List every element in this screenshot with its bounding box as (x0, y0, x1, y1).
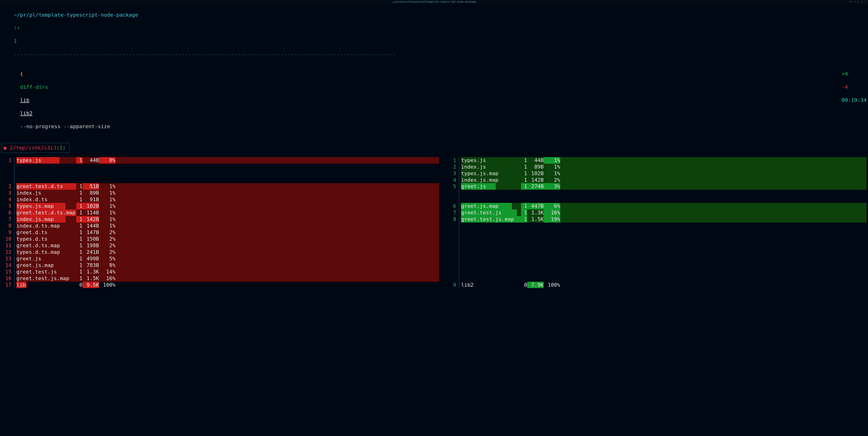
file-percent: 2% (99, 236, 116, 242)
file-name: greet.js.map (461, 203, 498, 209)
line-number: 14 (1, 262, 11, 269)
file-row[interactable]: greet.d.ts.map1 198B 2% (17, 242, 439, 249)
file-name: greet.d.ts (17, 229, 48, 235)
line-number: 10 (1, 236, 11, 242)
file-row[interactable]: greet.d.ts1 147B 2% (17, 229, 439, 236)
line-number: 9 (1, 229, 11, 236)
command-line[interactable]: ❮ diff-dirs lib lib2 --no-progress --app… (1, 64, 867, 136)
file-row[interactable]: lib0 9.5K 100% (17, 282, 439, 288)
blank-row (461, 229, 867, 236)
prompt-cwd: ~/pr/pl/template-typescript-node-package (14, 12, 138, 18)
file-name: index.js.map (17, 216, 54, 222)
file-row[interactable]: greet.js1 274B 3% (461, 183, 867, 190)
file-row[interactable]: types.d.ts1 150B 2% (17, 236, 439, 242)
file-row[interactable]: greet.test.js1 1.3K 16% (461, 209, 867, 216)
file-row[interactable]: index.js1 89B 1% (17, 190, 439, 196)
line-number (446, 242, 456, 249)
status-bullet-icon: ● (3, 145, 6, 151)
body-right: types.js1 44B 1%index.js1 89B 1%types.js… (459, 157, 867, 288)
file-name: types.d.ts.map (17, 249, 60, 255)
prompt-caret-icon: ❮ (20, 71, 23, 77)
file-row[interactable]: index.js1 89B 1% (461, 164, 867, 170)
file-count: 1 (76, 236, 82, 242)
file-percent: 2% (99, 242, 116, 249)
file-row[interactable]: index.js.map1 142B 2% (461, 177, 867, 183)
diff-panes: 1234567891011121314151617 types.js1 44B … (1, 157, 867, 288)
file-count: 0 (76, 282, 82, 288)
file-row[interactable]: greet.js1 490B 5% (17, 256, 439, 262)
file-size: 114B (83, 209, 99, 216)
line-number (446, 269, 456, 275)
file-row[interactable]: greet.test.js1 1.3K 14% (17, 269, 439, 275)
line-number: 4 (1, 196, 11, 203)
file-row[interactable]: greet.js.map1 447B 6% (461, 203, 867, 209)
prompt-clock: 09:19:34 (842, 97, 867, 103)
line-number: 4 (446, 177, 456, 183)
file-size: 51B (83, 183, 99, 190)
file-count: 1 (76, 216, 82, 223)
body-left: types.js1 44B 0%greet.test.d.ts1 51B 1%i… (14, 157, 439, 288)
diff-pane-left[interactable]: 1234567891011121314151617 types.js1 44B … (1, 157, 439, 288)
file-row[interactable]: types.js1 44B 1% (461, 157, 867, 164)
file-percent: 1% (99, 196, 116, 203)
file-count: 1 (521, 203, 527, 209)
blank-row (461, 269, 867, 275)
file-size: 7.9K (527, 282, 544, 288)
file-name: lib2 (461, 282, 473, 288)
file-row[interactable]: index.d.ts.map1 144B 1% (17, 223, 439, 229)
line-number: 6 (446, 203, 456, 209)
file-size: 783B (83, 262, 99, 269)
blank-row (461, 242, 867, 249)
file-size: 150B (83, 236, 99, 242)
file-percent: 100% (544, 282, 560, 288)
window-title: …/projects/playground/template-typescrip… (392, 0, 476, 3)
blank-row (17, 177, 439, 183)
file-size: 1.3K (527, 209, 544, 216)
file-count: 1 (521, 183, 527, 190)
file-size: 147B (83, 229, 99, 236)
diff-pane-right[interactable]: 123456789 types.js1 44B 1%index.js1 89B … (446, 157, 867, 288)
line-number: 1 (1, 157, 11, 164)
line-number: 1 (446, 157, 456, 164)
file-row[interactable]: greet.test.js.map1 1.5K 19% (461, 216, 867, 223)
file-row[interactable]: types.js.map1 102B 1% (461, 170, 867, 177)
file-row[interactable]: greet.js.map1 783B 8% (17, 262, 439, 269)
file-row[interactable]: greet.test.d.ts.map1 114B 1% (17, 209, 439, 216)
line-number: 5 (1, 203, 11, 209)
blank-row (461, 256, 867, 262)
file-row[interactable]: greet.test.js.map1 1.5K 16% (17, 275, 439, 282)
line-number: 6 (1, 209, 11, 216)
gutter-right: 123456789 (446, 157, 459, 288)
file-row[interactable]: lib20 7.9K 100% (461, 282, 867, 288)
file-row[interactable]: index.d.ts1 91B 1% (17, 196, 439, 203)
file-count: 1 (76, 249, 82, 256)
file-count: 1 (76, 269, 82, 275)
file-row[interactable]: greet.test.d.ts1 51B 1% (17, 183, 439, 190)
file-count: 1 (76, 190, 82, 196)
file-name: types.js.map (17, 203, 54, 209)
file-name: greet.d.ts.map (17, 242, 60, 249)
file-size: 44B (83, 157, 99, 164)
line-number (446, 229, 456, 236)
file-size: 241B (83, 249, 99, 256)
file-size: 490B (83, 256, 99, 262)
file-percent: 5% (99, 256, 116, 262)
file-row[interactable]: index.js.map1 142B 1% (17, 216, 439, 223)
file-count: 1 (76, 229, 82, 236)
file-percent: 1% (99, 223, 116, 229)
line-number: 5 (446, 183, 456, 190)
file-percent: 1% (99, 209, 116, 216)
file-count: 1 (521, 164, 527, 170)
line-number: 7 (1, 216, 11, 223)
file-percent: 100% (99, 282, 116, 288)
file-row[interactable]: types.js1 44B 0% (17, 157, 439, 164)
window-controls[interactable]: ∧ ∨ ▫ ◻ × (850, 0, 867, 3)
git-ahead-icon: ↑ (17, 25, 20, 31)
file-row[interactable]: types.js.map1 102B 1% (17, 203, 439, 209)
line-number: 16 (1, 275, 11, 282)
file-size: 91B (83, 196, 99, 203)
file-count: 1 (76, 262, 82, 269)
file-size: 142B (527, 177, 544, 183)
line-number (446, 275, 456, 282)
file-row[interactable]: types.d.ts.map1 241B 2% (17, 249, 439, 256)
